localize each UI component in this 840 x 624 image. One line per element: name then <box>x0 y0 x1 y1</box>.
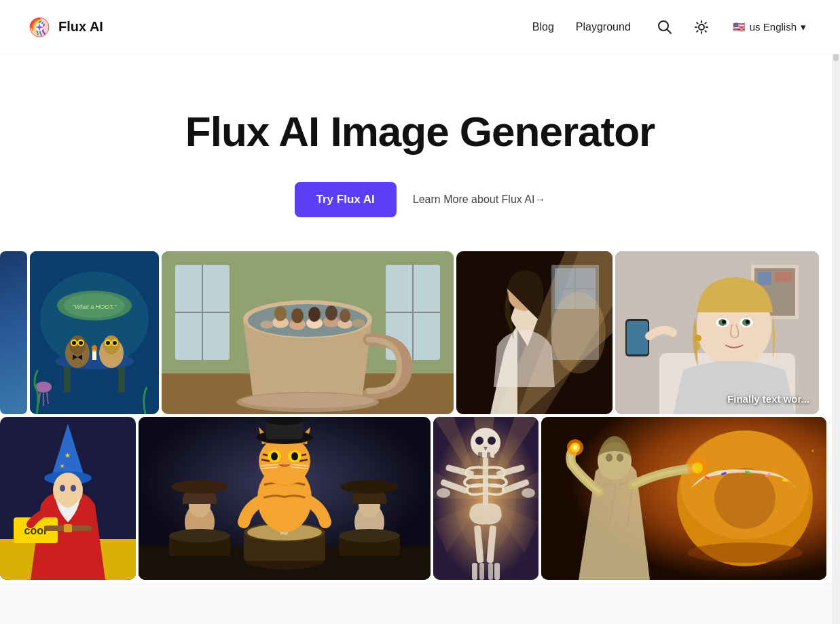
svg-rect-82 <box>627 321 648 354</box>
svg-point-172 <box>606 454 613 462</box>
svg-rect-79 <box>758 272 771 285</box>
svg-rect-150 <box>472 563 477 580</box>
svg-point-36 <box>113 341 117 345</box>
svg-point-74 <box>551 292 606 373</box>
woman-scene-illustration <box>456 251 613 414</box>
svg-point-119 <box>271 452 278 460</box>
svg-rect-152 <box>488 563 493 580</box>
tiger-scene-illustration <box>139 417 431 580</box>
nav-icons: 🇺🇸 us English ▾ <box>653 15 813 39</box>
nav-playground[interactable]: Playground <box>576 21 631 33</box>
logo-text: Flux AI <box>58 19 103 35</box>
scrollbar-track[interactable] <box>832 0 840 624</box>
svg-text:★: ★ <box>60 463 65 469</box>
svg-text:"What a HOOT.": "What a HOOT." <box>72 304 117 310</box>
svg-rect-153 <box>494 563 500 580</box>
svg-point-179 <box>680 430 809 539</box>
svg-point-27 <box>72 341 76 345</box>
theme-toggle-button[interactable] <box>689 15 714 39</box>
nav-blog[interactable]: Blog <box>532 21 554 33</box>
svg-point-92 <box>696 342 700 350</box>
gallery-row-1: "What a HOOT." <box>0 251 840 414</box>
svg-point-120 <box>291 452 298 460</box>
skeleton-scene-illustration <box>433 417 538 580</box>
hero-cta: Try Flux AI Learn More about Flux AI→ <box>14 182 826 217</box>
selfie-overlay-text: Finally text wor... <box>727 393 809 405</box>
language-flag: 🇺🇸 <box>733 21 746 33</box>
gallery-item-partial-left[interactable] <box>0 251 27 414</box>
svg-line-12 <box>697 31 697 31</box>
search-icon <box>657 20 672 35</box>
svg-point-65 <box>352 319 365 327</box>
svg-rect-80 <box>775 272 792 282</box>
svg-point-141 <box>475 437 483 445</box>
svg-rect-21 <box>118 365 125 392</box>
chevron-down-icon: ▾ <box>801 21 806 33</box>
selfie-scene-illustration <box>615 251 819 414</box>
svg-line-13 <box>705 22 706 23</box>
svg-point-160 <box>455 444 516 553</box>
gallery-item-owl[interactable]: "What a HOOT." <box>30 251 159 414</box>
svg-point-5 <box>699 24 704 30</box>
gallery-item-wizard[interactable]: ★ ★ cool <box>0 417 136 580</box>
svg-rect-151 <box>479 563 484 580</box>
svg-point-142 <box>488 437 496 445</box>
gallery-item-tiger[interactable] <box>139 417 431 580</box>
hero-title: Flux AI Image Generator <box>14 109 826 155</box>
svg-point-133 <box>341 480 398 494</box>
try-flux-button[interactable]: Try Flux AI <box>295 182 397 217</box>
svg-point-101 <box>71 485 76 492</box>
svg-point-176 <box>573 445 577 449</box>
cup-scene-illustration <box>162 251 454 414</box>
svg-point-89 <box>722 320 726 324</box>
svg-point-130 <box>171 480 228 494</box>
donut-scene-illustration <box>541 417 826 580</box>
hero-section: Flux AI Image Generator Try Flux AI Lear… <box>0 54 840 251</box>
svg-point-185 <box>687 543 803 563</box>
svg-point-100 <box>60 485 65 492</box>
svg-point-173 <box>617 454 623 462</box>
svg-point-135 <box>169 529 230 543</box>
svg-point-55 <box>274 306 287 321</box>
svg-point-67 <box>241 393 374 408</box>
wizard-scene-illustration: ★ ★ cool <box>0 417 136 580</box>
svg-point-91 <box>695 335 701 342</box>
svg-point-137 <box>339 529 400 543</box>
learn-more-button[interactable]: Learn More about Flux AI→ <box>413 194 546 206</box>
language-selector[interactable]: 🇺🇸 us English ▾ <box>726 17 813 37</box>
gallery-item-donut[interactable] <box>541 417 826 580</box>
gallery-item-woman[interactable] <box>456 251 613 414</box>
nav-right: Blog Playground <box>532 15 813 39</box>
logo-link[interactable]: Flux AI <box>27 15 103 39</box>
svg-point-28 <box>79 341 83 345</box>
svg-point-159 <box>522 488 535 498</box>
svg-line-11 <box>705 31 706 31</box>
search-button[interactable] <box>653 15 677 39</box>
svg-point-57 <box>291 308 304 323</box>
image-gallery: "What a HOOT." <box>0 251 840 583</box>
svg-point-35 <box>106 341 110 345</box>
svg-point-187 <box>692 462 703 473</box>
svg-point-59 <box>308 307 321 322</box>
svg-point-90 <box>746 320 750 324</box>
gallery-item-skeleton[interactable] <box>433 417 538 580</box>
navbar: Flux AI Blog Playground <box>0 0 840 54</box>
svg-point-61 <box>325 306 337 320</box>
owl-scene-illustration: "What a HOOT." <box>30 251 159 414</box>
svg-point-158 <box>437 488 450 498</box>
svg-line-4 <box>667 29 671 33</box>
svg-rect-105 <box>64 524 72 532</box>
flux-logo-icon <box>27 15 52 39</box>
gallery-row-2: ★ ★ cool <box>0 417 840 580</box>
svg-rect-20 <box>64 365 71 392</box>
language-label: us English <box>750 21 797 33</box>
gallery-item-cup[interactable] <box>162 251 454 414</box>
svg-point-64 <box>260 320 274 329</box>
bottom-section: How to Use Flux AI's Flux 1... <box>0 583 840 624</box>
svg-line-10 <box>697 22 697 23</box>
svg-point-38 <box>92 345 97 352</box>
svg-point-170 <box>811 449 814 452</box>
gallery-item-selfie[interactable]: Finally text wor... <box>615 251 819 414</box>
sun-icon <box>694 20 709 35</box>
svg-text:★: ★ <box>65 452 71 459</box>
